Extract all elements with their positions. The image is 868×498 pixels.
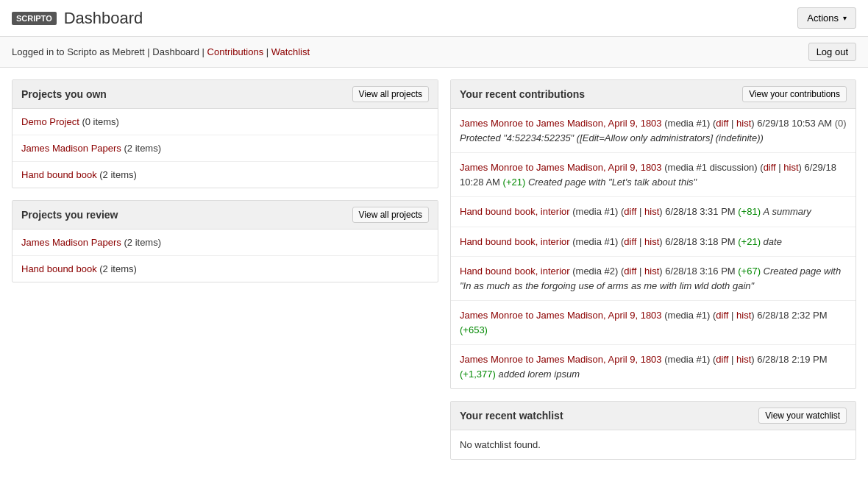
diff-link[interactable]: diff: [764, 162, 776, 173]
contrib-delta: (+21): [738, 236, 761, 247]
contrib-meta: (media #1 discussion): [664, 162, 757, 173]
contrib-meta: (media #1): [664, 310, 710, 321]
table-row: Hand bound book, interior (media #1) (di…: [451, 227, 855, 257]
diff-link[interactable]: diff: [624, 206, 636, 217]
contribution-link[interactable]: James Monroe to James Madison, April 9, …: [460, 354, 662, 365]
contrib-description: date: [764, 236, 782, 247]
watchlist-body: No watchlist found.: [451, 430, 855, 459]
contribution-link[interactable]: Hand bound book, interior: [460, 266, 570, 277]
hist-link[interactable]: hist: [644, 236, 659, 247]
project-link[interactable]: Hand bound book: [21, 169, 97, 180]
left-column: Projects you own View all projects Demo …: [12, 79, 438, 460]
contributions-panel: Your recent contributions View your cont…: [450, 79, 856, 389]
item-count: (2 items): [124, 143, 161, 154]
contrib-delta: (+67): [738, 266, 761, 277]
breadcrumb-watchlist-link[interactable]: Watchlist: [271, 46, 310, 57]
app-header: SCRIPTO Dashboard Actions ▾: [0, 0, 868, 37]
watchlist-header: Your recent watchlist View your watchlis…: [451, 402, 855, 430]
breadcrumb-sep2: |: [202, 46, 207, 57]
contrib-meta: (media #1): [664, 118, 710, 129]
breadcrumb-prefix: Logged in to Scripto as Mebrett: [12, 46, 145, 57]
item-count: (2 items): [99, 169, 137, 180]
contrib-date: 6/29/18 10:53 AM: [757, 118, 832, 129]
project-link[interactable]: James Madison Papers: [21, 237, 121, 248]
contributions-header: Your recent contributions View your cont…: [451, 80, 855, 109]
item-count: (2 items): [99, 263, 137, 274]
hist-link[interactable]: hist: [736, 310, 751, 321]
projects-own-panel: Projects you own View all projects Demo …: [12, 79, 438, 188]
contribution-link[interactable]: James Monroe to James Madison, April 9, …: [460, 118, 662, 129]
contributions-title: Your recent contributions: [460, 88, 585, 100]
project-link[interactable]: Demo Project: [21, 116, 79, 127]
list-item: James Madison Papers (2 items): [13, 230, 438, 256]
scripto-logo: SCRIPTO: [12, 12, 57, 25]
logout-button[interactable]: Log out: [808, 43, 856, 61]
contributions-body: James Monroe to James Madison, April 9, …: [451, 109, 855, 388]
contrib-description: Created page with "Let's talk about this…: [528, 177, 697, 188]
contrib-delta: (+653): [460, 324, 488, 335]
table-row: James Monroe to James Madison, April 9, …: [451, 109, 855, 153]
actions-button[interactable]: Actions ▾: [797, 7, 856, 29]
diff-link[interactable]: diff: [716, 310, 728, 321]
projects-review-body: James Madison Papers (2 items)Hand bound…: [13, 230, 438, 282]
projects-review-title: Projects you review: [21, 209, 118, 221]
contrib-delta: (0): [835, 118, 847, 129]
breadcrumb-sep3: |: [266, 46, 271, 57]
page-title: Dashboard: [64, 9, 143, 28]
breadcrumb-dashboard: Dashboard: [152, 46, 199, 57]
projects-review-panel: Projects you review View all projects Ja…: [12, 200, 438, 282]
contrib-description: Protected "4:52234:52235" ([Edit=Allow o…: [460, 132, 764, 143]
actions-label: Actions: [807, 13, 839, 24]
contrib-date: 6/28/18 3:18 PM: [665, 236, 735, 247]
table-row: Hand bound book, interior (media #1) (di…: [451, 197, 855, 227]
contrib-delta: (+21): [503, 177, 526, 188]
view-all-projects-own-button[interactable]: View all projects: [352, 86, 429, 102]
contribution-link[interactable]: Hand bound book, interior: [460, 206, 570, 217]
header-left: SCRIPTO Dashboard: [12, 9, 143, 28]
view-all-projects-review-button[interactable]: View all projects: [352, 207, 429, 223]
breadcrumb-bar: Logged in to Scripto as Mebrett | Dashbo…: [0, 37, 868, 68]
projects-review-header: Projects you review View all projects: [13, 201, 438, 230]
item-count: (2 items): [124, 237, 161, 248]
item-count: (0 items): [82, 116, 119, 127]
table-row: James Monroe to James Madison, April 9, …: [451, 153, 855, 197]
contrib-date: 6/28/18 3:16 PM: [665, 266, 735, 277]
contrib-date: 6/28/18 3:31 PM: [665, 206, 735, 217]
contribution-link[interactable]: James Monroe to James Madison, April 9, …: [460, 162, 662, 173]
project-link[interactable]: James Madison Papers: [21, 143, 121, 154]
contrib-meta: (media #1): [572, 206, 618, 217]
diff-link[interactable]: diff: [624, 236, 636, 247]
contrib-meta: (media #2): [572, 266, 618, 277]
watchlist-panel: Your recent watchlist View your watchlis…: [450, 401, 856, 460]
contribution-link[interactable]: Hand bound book, interior: [460, 236, 570, 247]
list-item: Hand bound book (2 items): [13, 162, 438, 188]
watchlist-title: Your recent watchlist: [460, 410, 563, 421]
hist-link[interactable]: hist: [644, 266, 659, 277]
view-watchlist-button[interactable]: View your watchlist: [758, 408, 847, 424]
contrib-description: added lorem ipsum: [498, 369, 580, 380]
hist-link[interactable]: hist: [644, 206, 659, 217]
list-item: James Madison Papers (2 items): [13, 135, 438, 162]
projects-own-header: Projects you own View all projects: [13, 80, 438, 109]
projects-own-title: Projects you own: [21, 88, 107, 100]
chevron-down-icon: ▾: [843, 14, 847, 22]
breadcrumb-contributions-link[interactable]: Contributions: [207, 46, 264, 57]
contrib-date: 6/28/18 2:32 PM: [757, 310, 827, 321]
right-column: Your recent contributions View your cont…: [450, 79, 856, 460]
diff-link[interactable]: diff: [624, 266, 636, 277]
diff-link[interactable]: diff: [716, 354, 728, 365]
diff-link[interactable]: diff: [716, 118, 728, 129]
table-row: James Monroe to James Madison, April 9, …: [451, 345, 855, 388]
contrib-date: 6/28/18 2:19 PM: [757, 354, 827, 365]
contrib-delta: (+1,377): [460, 369, 496, 380]
view-contributions-button[interactable]: View your contributions: [742, 86, 847, 102]
contribution-link[interactable]: James Monroe to James Madison, April 9, …: [460, 310, 662, 321]
project-link[interactable]: Hand bound book: [21, 263, 97, 274]
hist-link[interactable]: hist: [736, 354, 751, 365]
projects-own-body: Demo Project (0 items)James Madison Pape…: [13, 109, 438, 188]
hist-link[interactable]: hist: [783, 162, 798, 173]
watchlist-empty-message: No watchlist found.: [451, 430, 855, 459]
hist-link[interactable]: hist: [736, 118, 751, 129]
contrib-delta: (+81): [738, 206, 761, 217]
main-content: Projects you own View all projects Demo …: [0, 68, 868, 472]
